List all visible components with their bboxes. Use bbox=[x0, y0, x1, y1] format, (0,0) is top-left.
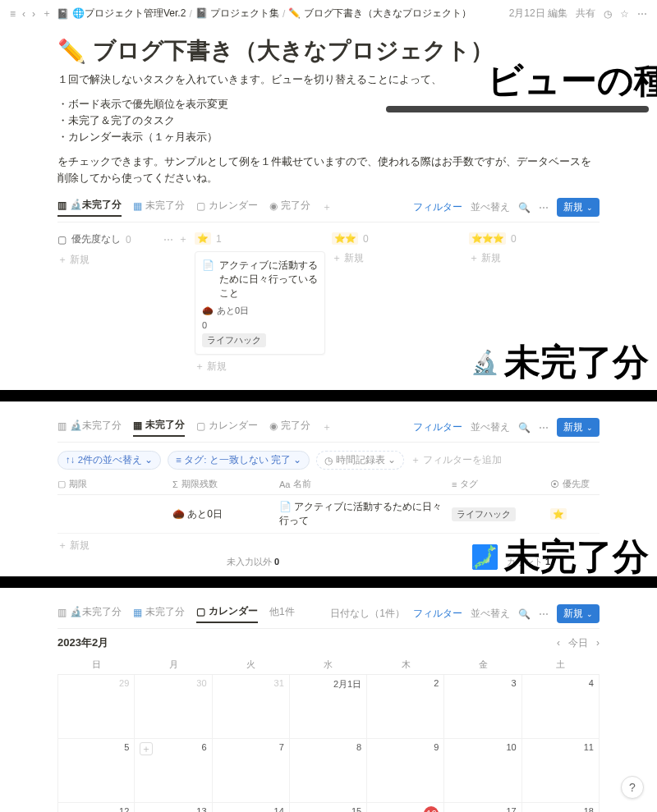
calendar-cell[interactable]: 3 bbox=[444, 675, 521, 739]
calendar-cell[interactable]: 9 bbox=[367, 739, 444, 803]
col-menu-icon[interactable]: ⋯ bbox=[163, 234, 173, 245]
calendar-cell[interactable]: 6＋ bbox=[135, 739, 212, 803]
calendar-cell[interactable]: 2月1日 bbox=[290, 675, 367, 739]
bullet-3: ・カレンダー表示（１ヶ月表示） bbox=[57, 129, 600, 145]
add-page-icon[interactable]: ＋ bbox=[42, 7, 52, 21]
calendar-cell[interactable]: 12 bbox=[57, 803, 135, 812]
priority-none-icon: ▢ bbox=[57, 234, 67, 245]
tab-complete[interactable]: ◉完了分 bbox=[269, 419, 310, 436]
row-tag: ライフハック bbox=[452, 507, 516, 521]
no-date-link[interactable]: 日付なし（1件） bbox=[330, 607, 405, 621]
filter-button[interactable]: フィルター bbox=[413, 200, 462, 214]
tab-incomplete-board[interactable]: ▥🔬未完了分 bbox=[57, 419, 122, 436]
calendar-cell[interactable]: 16 bbox=[367, 803, 444, 812]
search-icon[interactable]: 🔍 bbox=[518, 422, 531, 434]
calendar-month-title: 2023年2月 bbox=[57, 635, 108, 650]
annotation-view-types: ビューの種類 bbox=[487, 57, 657, 105]
filter-button[interactable]: フィルター bbox=[413, 607, 462, 621]
add-card[interactable]: ＋ 新規 bbox=[195, 360, 325, 374]
calendar-cell[interactable]: 5 bbox=[57, 739, 135, 803]
more-view-icon[interactable]: ⋯ bbox=[539, 608, 549, 620]
tab-complete[interactable]: ◉完了分 bbox=[269, 199, 310, 216]
crumb-2[interactable]: 📓 プロジェクト集 bbox=[195, 7, 279, 21]
calendar-cell[interactable]: 4 bbox=[522, 675, 600, 739]
tag-filter-pill[interactable]: ≡ タグ: と一致しない 完了 ⌄ bbox=[168, 451, 310, 470]
add-card[interactable]: ＋ 新規 bbox=[57, 253, 188, 267]
new-button[interactable]: 新規⌄ bbox=[557, 198, 600, 217]
calendar-cell[interactable]: 17 bbox=[444, 803, 521, 812]
calendar-cell[interactable]: 2 bbox=[367, 675, 444, 739]
tab-calendar[interactable]: ▢カレンダー bbox=[196, 604, 258, 623]
col-label: 優先度なし bbox=[71, 232, 121, 246]
sort-button[interactable]: 並べ替え bbox=[471, 607, 510, 621]
breadcrumb: 📓 🌐プロジェクト管理Ver.2 / 📓 プロジェクト集 / ✏️ ブログ下書き… bbox=[57, 7, 504, 21]
table-row[interactable]: 🌰 あと0日 📄 アクティブに活動するために日々行って ライフハック ⭐ bbox=[57, 495, 600, 534]
view-tabs-2: ▥🔬未完了分 ▦未完了分 ▢カレンダー ◉完了分 ＋ フィルター 並べ替え 🔍 … bbox=[57, 413, 600, 443]
microscope-icon: 🔬 bbox=[471, 349, 499, 376]
col-add-icon[interactable]: ＋ bbox=[178, 232, 188, 246]
sort-pill[interactable]: ↑↓ 2件の並べ替え ⌄ bbox=[57, 451, 161, 470]
filter-button[interactable]: フィルター bbox=[413, 420, 462, 434]
star-2-icon: ⭐⭐ bbox=[332, 232, 358, 245]
clock-icon[interactable]: ◷ bbox=[604, 8, 612, 20]
page-title[interactable]: ブログ下書き（大きなプロジェクト） bbox=[93, 35, 494, 67]
card-title: アクティブに活動するために日々行っていること bbox=[219, 259, 318, 300]
calendar-cell[interactable]: 30 bbox=[135, 675, 212, 739]
help-button[interactable]: ? bbox=[621, 776, 644, 799]
more-view-icon[interactable]: ⋯ bbox=[539, 202, 549, 213]
calendar-cell[interactable]: 7 bbox=[213, 739, 290, 803]
calendar-cell[interactable]: 14 bbox=[213, 803, 290, 812]
more-icon[interactable]: ⋯ bbox=[637, 8, 647, 20]
bullet-2: ・未完了＆完了のタスク bbox=[57, 112, 600, 129]
add-event-icon[interactable]: ＋ bbox=[140, 742, 153, 755]
tab-incomplete-board[interactable]: ▥🔬未完了分 bbox=[57, 198, 122, 217]
weekday-headers: 日月火水木金土 bbox=[57, 658, 600, 675]
forward-icon[interactable]: › bbox=[32, 8, 35, 20]
calendar-cell[interactable]: 18 bbox=[522, 803, 600, 812]
search-icon[interactable]: 🔍 bbox=[518, 608, 531, 620]
next-month-icon[interactable]: › bbox=[596, 637, 600, 649]
annotation-incomplete-2: 🗾 未完了分 bbox=[471, 533, 649, 581]
add-view-icon[interactable]: ＋ bbox=[322, 200, 332, 214]
tab-incomplete-table[interactable]: ▦未完了分 bbox=[133, 418, 185, 437]
star-icon[interactable]: ☆ bbox=[620, 8, 629, 20]
calendar-cell[interactable]: 8 bbox=[290, 739, 367, 803]
calendar-cell[interactable]: 10 bbox=[444, 739, 521, 803]
topbar: ≡ ‹ › ＋ 📓 🌐プロジェクト管理Ver.2 / 📓 プロジェクト集 / ✏… bbox=[0, 0, 657, 27]
add-card[interactable]: ＋ 新規 bbox=[332, 251, 462, 265]
calendar-cell[interactable]: 15 bbox=[290, 803, 367, 812]
annotation-underline bbox=[386, 106, 649, 112]
calendar-cell[interactable]: 29 bbox=[57, 675, 135, 739]
menu-icon[interactable]: ≡ bbox=[10, 8, 16, 20]
sort-button[interactable]: 並べ替え bbox=[471, 200, 510, 214]
today-button[interactable]: 今日 bbox=[568, 636, 588, 650]
calendar-cell[interactable]: 31 bbox=[213, 675, 290, 739]
card-tag: ライフハック bbox=[202, 333, 266, 347]
add-card[interactable]: ＋ 新規 bbox=[469, 251, 600, 265]
add-view-icon[interactable]: ＋ bbox=[322, 420, 332, 434]
prev-month-icon[interactable]: ‹ bbox=[557, 637, 560, 649]
last-edited: 2月12日 編集 bbox=[509, 7, 567, 21]
more-view-icon[interactable]: ⋯ bbox=[539, 422, 549, 434]
add-filter-button[interactable]: ＋ フィルターを追加 bbox=[411, 454, 502, 466]
new-button[interactable]: 新規⌄ bbox=[557, 604, 600, 623]
crumb-3[interactable]: ✏️ ブログ下書き（大きなプロジェクト） bbox=[288, 7, 471, 21]
sort-button[interactable]: 並べ替え bbox=[471, 420, 510, 434]
page-desc2: をチェックできます。サンプルとして例を１件載せていますので、使われる際はお手数で… bbox=[57, 154, 600, 186]
new-button[interactable]: 新規⌄ bbox=[557, 418, 600, 437]
tab-other[interactable]: 他1件 bbox=[269, 605, 295, 622]
page-icon[interactable]: ✏️ bbox=[57, 38, 86, 65]
tab-calendar[interactable]: ▢カレンダー bbox=[196, 419, 258, 436]
back-icon[interactable]: ‹ bbox=[22, 8, 25, 20]
search-icon[interactable]: 🔍 bbox=[518, 202, 531, 213]
tab-incomplete-table[interactable]: ▦未完了分 bbox=[133, 605, 185, 622]
crumb-1[interactable]: 🌐プロジェクト管理Ver.2 bbox=[72, 7, 186, 21]
calendar-cell[interactable]: 11 bbox=[522, 739, 600, 803]
tab-incomplete-board[interactable]: ▥🔬未完了分 bbox=[57, 605, 122, 622]
time-pill[interactable]: ◷時間記録表 ⌄ bbox=[316, 451, 404, 470]
task-card[interactable]: 📄アクティブに活動するために日々行っていること 🌰あと0日 0 ライフハック bbox=[195, 251, 325, 355]
tab-incomplete-table[interactable]: ▦未完了分 bbox=[133, 199, 185, 216]
tab-calendar[interactable]: ▢カレンダー bbox=[196, 199, 258, 216]
calendar-cell[interactable]: 13 bbox=[135, 803, 212, 812]
share-button[interactable]: 共有 bbox=[576, 7, 595, 21]
